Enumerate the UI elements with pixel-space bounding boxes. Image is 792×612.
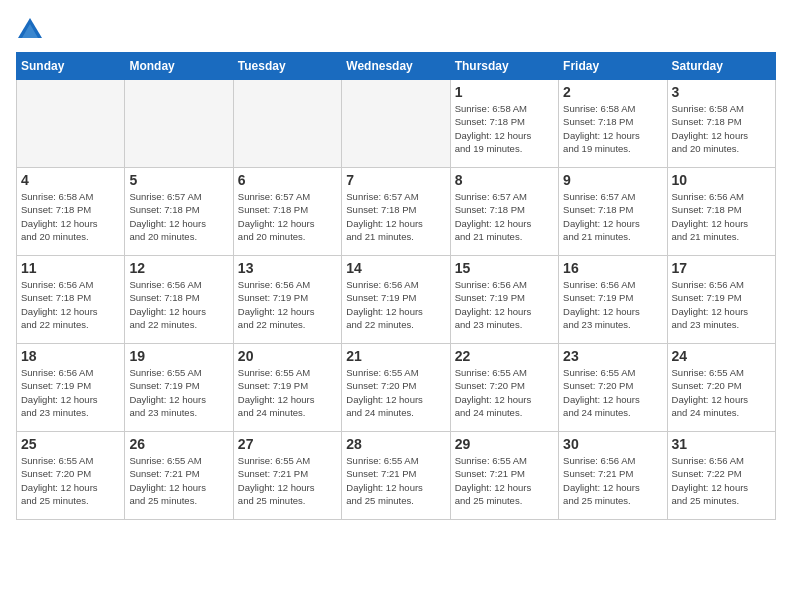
calendar-cell: 16Sunrise: 6:56 AM Sunset: 7:19 PM Dayli…	[559, 256, 667, 344]
day-info: Sunrise: 6:56 AM Sunset: 7:22 PM Dayligh…	[672, 454, 771, 507]
day-info: Sunrise: 6:55 AM Sunset: 7:19 PM Dayligh…	[129, 366, 228, 419]
header	[16, 16, 776, 44]
day-number: 16	[563, 260, 662, 276]
calendar-cell: 23Sunrise: 6:55 AM Sunset: 7:20 PM Dayli…	[559, 344, 667, 432]
calendar-cell: 17Sunrise: 6:56 AM Sunset: 7:19 PM Dayli…	[667, 256, 775, 344]
calendar-cell	[342, 80, 450, 168]
calendar-cell: 7Sunrise: 6:57 AM Sunset: 7:18 PM Daylig…	[342, 168, 450, 256]
calendar-cell: 18Sunrise: 6:56 AM Sunset: 7:19 PM Dayli…	[17, 344, 125, 432]
calendar-body: 1Sunrise: 6:58 AM Sunset: 7:18 PM Daylig…	[17, 80, 776, 520]
weekday-header-thursday: Thursday	[450, 53, 558, 80]
day-info: Sunrise: 6:56 AM Sunset: 7:19 PM Dayligh…	[563, 278, 662, 331]
day-info: Sunrise: 6:56 AM Sunset: 7:18 PM Dayligh…	[129, 278, 228, 331]
day-info: Sunrise: 6:58 AM Sunset: 7:18 PM Dayligh…	[672, 102, 771, 155]
day-number: 14	[346, 260, 445, 276]
day-number: 10	[672, 172, 771, 188]
weekday-header-friday: Friday	[559, 53, 667, 80]
calendar-cell: 19Sunrise: 6:55 AM Sunset: 7:19 PM Dayli…	[125, 344, 233, 432]
day-number: 19	[129, 348, 228, 364]
day-number: 4	[21, 172, 120, 188]
day-number: 3	[672, 84, 771, 100]
day-info: Sunrise: 6:55 AM Sunset: 7:20 PM Dayligh…	[346, 366, 445, 419]
day-number: 2	[563, 84, 662, 100]
calendar-cell: 5Sunrise: 6:57 AM Sunset: 7:18 PM Daylig…	[125, 168, 233, 256]
calendar-cell	[125, 80, 233, 168]
day-info: Sunrise: 6:56 AM Sunset: 7:19 PM Dayligh…	[238, 278, 337, 331]
day-info: Sunrise: 6:56 AM Sunset: 7:21 PM Dayligh…	[563, 454, 662, 507]
calendar-week-row: 1Sunrise: 6:58 AM Sunset: 7:18 PM Daylig…	[17, 80, 776, 168]
calendar-week-row: 11Sunrise: 6:56 AM Sunset: 7:18 PM Dayli…	[17, 256, 776, 344]
calendar-week-row: 18Sunrise: 6:56 AM Sunset: 7:19 PM Dayli…	[17, 344, 776, 432]
calendar-cell	[17, 80, 125, 168]
weekday-header-monday: Monday	[125, 53, 233, 80]
calendar-table: SundayMondayTuesdayWednesdayThursdayFrid…	[16, 52, 776, 520]
calendar-cell: 21Sunrise: 6:55 AM Sunset: 7:20 PM Dayli…	[342, 344, 450, 432]
day-number: 30	[563, 436, 662, 452]
day-number: 22	[455, 348, 554, 364]
calendar-cell: 25Sunrise: 6:55 AM Sunset: 7:20 PM Dayli…	[17, 432, 125, 520]
day-number: 6	[238, 172, 337, 188]
day-number: 1	[455, 84, 554, 100]
logo	[16, 16, 48, 44]
day-number: 17	[672, 260, 771, 276]
day-number: 12	[129, 260, 228, 276]
day-number: 25	[21, 436, 120, 452]
day-info: Sunrise: 6:55 AM Sunset: 7:20 PM Dayligh…	[455, 366, 554, 419]
weekday-header-tuesday: Tuesday	[233, 53, 341, 80]
calendar-header-row: SundayMondayTuesdayWednesdayThursdayFrid…	[17, 53, 776, 80]
day-number: 5	[129, 172, 228, 188]
calendar-cell: 14Sunrise: 6:56 AM Sunset: 7:19 PM Dayli…	[342, 256, 450, 344]
calendar-cell: 30Sunrise: 6:56 AM Sunset: 7:21 PM Dayli…	[559, 432, 667, 520]
day-info: Sunrise: 6:57 AM Sunset: 7:18 PM Dayligh…	[563, 190, 662, 243]
calendar-cell: 29Sunrise: 6:55 AM Sunset: 7:21 PM Dayli…	[450, 432, 558, 520]
calendar-cell: 22Sunrise: 6:55 AM Sunset: 7:20 PM Dayli…	[450, 344, 558, 432]
day-number: 26	[129, 436, 228, 452]
day-info: Sunrise: 6:57 AM Sunset: 7:18 PM Dayligh…	[455, 190, 554, 243]
day-info: Sunrise: 6:57 AM Sunset: 7:18 PM Dayligh…	[238, 190, 337, 243]
day-number: 23	[563, 348, 662, 364]
day-number: 18	[21, 348, 120, 364]
day-info: Sunrise: 6:55 AM Sunset: 7:20 PM Dayligh…	[563, 366, 662, 419]
calendar-cell: 4Sunrise: 6:58 AM Sunset: 7:18 PM Daylig…	[17, 168, 125, 256]
day-number: 28	[346, 436, 445, 452]
day-info: Sunrise: 6:55 AM Sunset: 7:21 PM Dayligh…	[346, 454, 445, 507]
day-info: Sunrise: 6:56 AM Sunset: 7:19 PM Dayligh…	[346, 278, 445, 331]
day-number: 24	[672, 348, 771, 364]
calendar-cell: 20Sunrise: 6:55 AM Sunset: 7:19 PM Dayli…	[233, 344, 341, 432]
calendar-cell: 12Sunrise: 6:56 AM Sunset: 7:18 PM Dayli…	[125, 256, 233, 344]
calendar-cell: 2Sunrise: 6:58 AM Sunset: 7:18 PM Daylig…	[559, 80, 667, 168]
day-number: 31	[672, 436, 771, 452]
calendar-cell	[233, 80, 341, 168]
day-number: 7	[346, 172, 445, 188]
day-info: Sunrise: 6:57 AM Sunset: 7:18 PM Dayligh…	[129, 190, 228, 243]
calendar-week-row: 4Sunrise: 6:58 AM Sunset: 7:18 PM Daylig…	[17, 168, 776, 256]
day-info: Sunrise: 6:55 AM Sunset: 7:21 PM Dayligh…	[238, 454, 337, 507]
day-info: Sunrise: 6:58 AM Sunset: 7:18 PM Dayligh…	[455, 102, 554, 155]
calendar-cell: 31Sunrise: 6:56 AM Sunset: 7:22 PM Dayli…	[667, 432, 775, 520]
day-info: Sunrise: 6:55 AM Sunset: 7:19 PM Dayligh…	[238, 366, 337, 419]
day-info: Sunrise: 6:56 AM Sunset: 7:19 PM Dayligh…	[672, 278, 771, 331]
calendar-cell: 26Sunrise: 6:55 AM Sunset: 7:21 PM Dayli…	[125, 432, 233, 520]
day-number: 13	[238, 260, 337, 276]
calendar-cell: 9Sunrise: 6:57 AM Sunset: 7:18 PM Daylig…	[559, 168, 667, 256]
day-number: 8	[455, 172, 554, 188]
calendar-cell: 11Sunrise: 6:56 AM Sunset: 7:18 PM Dayli…	[17, 256, 125, 344]
calendar-cell: 27Sunrise: 6:55 AM Sunset: 7:21 PM Dayli…	[233, 432, 341, 520]
day-info: Sunrise: 6:55 AM Sunset: 7:21 PM Dayligh…	[455, 454, 554, 507]
logo-icon	[16, 16, 44, 44]
calendar-week-row: 25Sunrise: 6:55 AM Sunset: 7:20 PM Dayli…	[17, 432, 776, 520]
weekday-header-sunday: Sunday	[17, 53, 125, 80]
calendar-cell: 13Sunrise: 6:56 AM Sunset: 7:19 PM Dayli…	[233, 256, 341, 344]
calendar-cell: 28Sunrise: 6:55 AM Sunset: 7:21 PM Dayli…	[342, 432, 450, 520]
day-info: Sunrise: 6:58 AM Sunset: 7:18 PM Dayligh…	[21, 190, 120, 243]
day-info: Sunrise: 6:56 AM Sunset: 7:19 PM Dayligh…	[455, 278, 554, 331]
day-info: Sunrise: 6:57 AM Sunset: 7:18 PM Dayligh…	[346, 190, 445, 243]
day-number: 15	[455, 260, 554, 276]
day-info: Sunrise: 6:55 AM Sunset: 7:21 PM Dayligh…	[129, 454, 228, 507]
calendar-cell: 24Sunrise: 6:55 AM Sunset: 7:20 PM Dayli…	[667, 344, 775, 432]
day-number: 21	[346, 348, 445, 364]
calendar-cell: 1Sunrise: 6:58 AM Sunset: 7:18 PM Daylig…	[450, 80, 558, 168]
day-number: 11	[21, 260, 120, 276]
day-number: 9	[563, 172, 662, 188]
day-info: Sunrise: 6:55 AM Sunset: 7:20 PM Dayligh…	[21, 454, 120, 507]
